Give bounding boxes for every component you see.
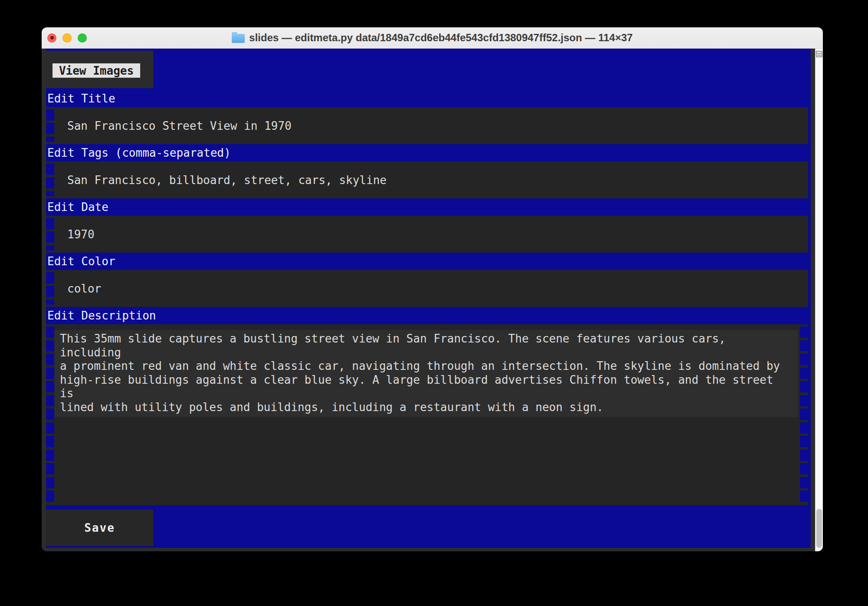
- title-wrap: slides — editmeta.py data/1849a7cd6eb44f…: [232, 32, 633, 44]
- color-input[interactable]: color: [46, 270, 808, 307]
- edit-date-label: Edit Date: [46, 201, 811, 214]
- terminal-frame: View Images Edit Title San Francisco Str…: [42, 49, 823, 551]
- terminal-content: View Images Edit Title San Francisco Str…: [46, 49, 811, 548]
- zoom-button[interactable]: [78, 33, 87, 43]
- window-title: slides — editmeta.py data/1849a7cd6eb44f…: [249, 32, 633, 44]
- edit-title-label: Edit Title: [46, 92, 811, 105]
- tags-input[interactable]: San Francisco, billboard, street, cars, …: [46, 161, 808, 198]
- edit-tags-label: Edit Tags (comma-separated): [46, 146, 811, 160]
- split-pane-button[interactable]: [816, 51, 822, 57]
- save-row: Save: [46, 510, 811, 546]
- close-button[interactable]: [47, 33, 56, 43]
- save-button[interactable]: Save: [84, 521, 115, 534]
- minimize-button[interactable]: [62, 33, 72, 43]
- edit-color-label: Edit Color: [46, 255, 811, 268]
- view-images-button[interactable]: View Images: [53, 63, 140, 78]
- scrollbar-thumb[interactable]: [816, 509, 822, 548]
- input-left-stripe: [46, 272, 54, 305]
- input-left-stripe: [46, 164, 54, 196]
- title-input-value: San Francisco Street View in 1970: [67, 119, 292, 132]
- description-text: This 35mm slide captures a bustling stre…: [54, 330, 798, 417]
- titlebar: slides — editmeta.py data/1849a7cd6eb44f…: [42, 27, 823, 49]
- date-input[interactable]: 1970: [46, 216, 808, 253]
- description-textarea[interactable]: This 35mm slide captures a bustling stre…: [46, 324, 808, 505]
- tags-input-value: San Francisco, billboard, street, cars, …: [67, 174, 387, 187]
- save-panel: Save: [46, 510, 153, 546]
- textarea-left-stripe: [46, 326, 54, 503]
- folder-icon: [232, 34, 245, 43]
- edit-description-label: Edit Description: [46, 309, 811, 323]
- textarea-right-stripe: [800, 326, 808, 503]
- color-input-value: color: [67, 282, 101, 295]
- input-left-stripe: [46, 218, 54, 250]
- traffic-lights: [47, 27, 87, 48]
- view-images-panel: View Images: [46, 51, 153, 88]
- scrollbar[interactable]: [815, 49, 823, 551]
- app-window: slides — editmeta.py data/1849a7cd6eb44f…: [42, 27, 823, 551]
- unsaved-changes-dot: [50, 36, 54, 40]
- date-input-value: 1970: [67, 228, 95, 241]
- title-input[interactable]: San Francisco Street View in 1970: [46, 107, 808, 144]
- input-left-stripe: [46, 109, 54, 142]
